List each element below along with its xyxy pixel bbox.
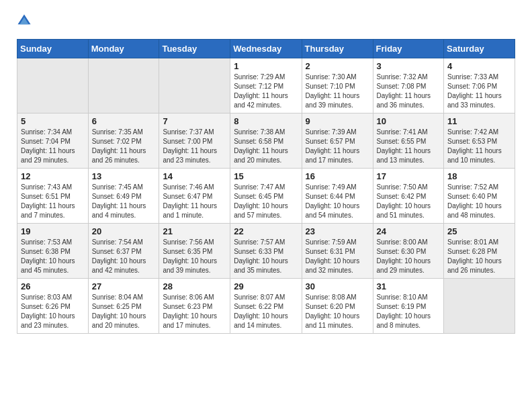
day-info: Sunrise: 8:06 AM Sunset: 6:23 PM Dayligh… [163, 293, 226, 330]
calendar-day-cell: 21Sunrise: 7:56 AM Sunset: 6:35 PM Dayli… [159, 224, 230, 279]
day-info: Sunrise: 7:41 AM Sunset: 6:55 PM Dayligh… [377, 128, 441, 165]
calendar-day-cell: 15Sunrise: 7:47 AM Sunset: 6:45 PM Dayli… [230, 169, 302, 224]
day-info: Sunrise: 7:54 AM Sunset: 6:37 PM Dayligh… [92, 238, 156, 275]
day-number: 16 [306, 171, 369, 181]
day-number: 3 [377, 61, 441, 71]
day-number: 27 [92, 281, 156, 291]
day-info: Sunrise: 7:47 AM Sunset: 6:45 PM Dayligh… [234, 183, 298, 220]
day-info: Sunrise: 8:00 AM Sunset: 6:30 PM Dayligh… [377, 238, 441, 275]
day-number: 7 [163, 116, 226, 126]
day-info: Sunrise: 7:43 AM Sunset: 6:51 PM Dayligh… [21, 183, 85, 220]
day-info: Sunrise: 7:57 AM Sunset: 6:33 PM Dayligh… [234, 238, 298, 275]
weekday-header-sunday: Sunday [17, 40, 89, 58]
calendar-day-cell: 24Sunrise: 8:00 AM Sunset: 6:30 PM Dayli… [373, 224, 444, 279]
day-info: Sunrise: 8:04 AM Sunset: 6:25 PM Dayligh… [92, 293, 156, 330]
day-info: Sunrise: 7:32 AM Sunset: 7:08 PM Dayligh… [377, 73, 441, 110]
day-number: 1 [234, 61, 298, 71]
day-info: Sunrise: 7:45 AM Sunset: 6:49 PM Dayligh… [92, 183, 156, 220]
day-number: 5 [21, 116, 85, 126]
calendar-day-cell: 26Sunrise: 8:03 AM Sunset: 6:26 PM Dayli… [17, 279, 89, 334]
calendar-day-cell: 20Sunrise: 7:54 AM Sunset: 6:37 PM Dayli… [88, 224, 159, 279]
day-info: Sunrise: 7:52 AM Sunset: 6:40 PM Dayligh… [447, 183, 511, 220]
day-number: 14 [163, 171, 226, 181]
weekday-header-thursday: Thursday [302, 40, 373, 58]
calendar-day-cell: 2Sunrise: 7:30 AM Sunset: 7:10 PM Daylig… [302, 58, 373, 113]
calendar-day-cell: 3Sunrise: 7:32 AM Sunset: 7:08 PM Daylig… [373, 58, 444, 113]
day-info: Sunrise: 8:07 AM Sunset: 6:22 PM Dayligh… [234, 293, 298, 330]
day-info: Sunrise: 7:56 AM Sunset: 6:35 PM Dayligh… [163, 238, 226, 275]
day-info: Sunrise: 7:37 AM Sunset: 7:00 PM Dayligh… [163, 128, 226, 165]
calendar-day-cell: 19Sunrise: 7:53 AM Sunset: 6:38 PM Dayli… [17, 224, 89, 279]
day-info: Sunrise: 7:30 AM Sunset: 7:10 PM Dayligh… [306, 73, 369, 110]
calendar-empty-cell [88, 58, 159, 113]
day-info: Sunrise: 7:29 AM Sunset: 7:12 PM Dayligh… [234, 73, 298, 110]
calendar-day-cell: 11Sunrise: 7:42 AM Sunset: 6:53 PM Dayli… [444, 113, 515, 169]
day-info: Sunrise: 7:34 AM Sunset: 7:04 PM Dayligh… [21, 128, 85, 165]
calendar-day-cell: 7Sunrise: 7:37 AM Sunset: 7:00 PM Daylig… [159, 113, 230, 169]
day-info: Sunrise: 8:10 AM Sunset: 6:19 PM Dayligh… [377, 293, 441, 330]
day-number: 4 [447, 61, 511, 71]
weekday-header-tuesday: Tuesday [159, 40, 230, 58]
calendar-day-cell: 16Sunrise: 7:49 AM Sunset: 6:44 PM Dayli… [302, 169, 373, 224]
day-info: Sunrise: 7:38 AM Sunset: 6:58 PM Dayligh… [234, 128, 298, 165]
calendar-day-cell: 4Sunrise: 7:33 AM Sunset: 7:06 PM Daylig… [444, 58, 515, 113]
calendar-day-cell: 12Sunrise: 7:43 AM Sunset: 6:51 PM Dayli… [17, 169, 89, 224]
day-number: 6 [92, 116, 156, 126]
logo [17, 13, 34, 28]
day-number: 20 [92, 226, 156, 236]
day-info: Sunrise: 7:50 AM Sunset: 6:42 PM Dayligh… [377, 183, 441, 220]
weekday-header-friday: Friday [373, 40, 444, 58]
calendar-day-cell: 8Sunrise: 7:38 AM Sunset: 6:58 PM Daylig… [230, 113, 302, 169]
calendar-day-cell: 5Sunrise: 7:34 AM Sunset: 7:04 PM Daylig… [17, 113, 89, 169]
day-info: Sunrise: 7:33 AM Sunset: 7:06 PM Dayligh… [447, 73, 511, 110]
calendar-day-cell: 14Sunrise: 7:46 AM Sunset: 6:47 PM Dayli… [159, 169, 230, 224]
day-info: Sunrise: 7:46 AM Sunset: 6:47 PM Dayligh… [163, 183, 226, 220]
day-number: 28 [163, 281, 226, 291]
calendar-day-cell: 6Sunrise: 7:35 AM Sunset: 7:02 PM Daylig… [88, 113, 159, 169]
day-info: Sunrise: 8:01 AM Sunset: 6:28 PM Dayligh… [447, 238, 511, 275]
calendar-empty-cell [444, 279, 515, 334]
calendar-empty-cell [159, 58, 230, 113]
day-info: Sunrise: 7:53 AM Sunset: 6:38 PM Dayligh… [21, 238, 85, 275]
calendar-day-cell: 18Sunrise: 7:52 AM Sunset: 6:40 PM Dayli… [444, 169, 515, 224]
weekday-header-row: SundayMondayTuesdayWednesdayThursdayFrid… [17, 40, 515, 58]
calendar-day-cell: 10Sunrise: 7:41 AM Sunset: 6:55 PM Dayli… [373, 113, 444, 169]
calendar-week-row: 19Sunrise: 7:53 AM Sunset: 6:38 PM Dayli… [17, 224, 515, 279]
day-number: 25 [447, 226, 511, 236]
day-number: 21 [163, 226, 226, 236]
day-number: 8 [234, 116, 298, 126]
weekday-header-monday: Monday [88, 40, 159, 58]
calendar-day-cell: 22Sunrise: 7:57 AM Sunset: 6:33 PM Dayli… [230, 224, 302, 279]
day-info: Sunrise: 7:42 AM Sunset: 6:53 PM Dayligh… [447, 128, 511, 165]
calendar-day-cell: 31Sunrise: 8:10 AM Sunset: 6:19 PM Dayli… [373, 279, 444, 334]
page-header [17, 13, 515, 28]
day-number: 26 [21, 281, 85, 291]
day-number: 30 [306, 281, 369, 291]
day-number: 2 [306, 61, 369, 71]
calendar-day-cell: 13Sunrise: 7:45 AM Sunset: 6:49 PM Dayli… [88, 169, 159, 224]
day-number: 31 [377, 281, 441, 291]
day-number: 11 [447, 116, 511, 126]
calendar-empty-cell [17, 58, 89, 113]
day-number: 17 [377, 171, 441, 181]
logo-icon [17, 13, 32, 28]
day-number: 19 [21, 226, 85, 236]
day-info: Sunrise: 7:39 AM Sunset: 6:57 PM Dayligh… [306, 128, 369, 165]
day-number: 10 [377, 116, 441, 126]
day-info: Sunrise: 7:59 AM Sunset: 6:31 PM Dayligh… [306, 238, 369, 275]
weekday-header-saturday: Saturday [444, 40, 515, 58]
calendar-day-cell: 28Sunrise: 8:06 AM Sunset: 6:23 PM Dayli… [159, 279, 230, 334]
calendar-day-cell: 29Sunrise: 8:07 AM Sunset: 6:22 PM Dayli… [230, 279, 302, 334]
day-number: 29 [234, 281, 298, 291]
day-number: 15 [234, 171, 298, 181]
calendar-day-cell: 9Sunrise: 7:39 AM Sunset: 6:57 PM Daylig… [302, 113, 373, 169]
day-number: 18 [447, 171, 511, 181]
calendar-day-cell: 27Sunrise: 8:04 AM Sunset: 6:25 PM Dayli… [88, 279, 159, 334]
calendar-week-row: 12Sunrise: 7:43 AM Sunset: 6:51 PM Dayli… [17, 169, 515, 224]
weekday-header-wednesday: Wednesday [230, 40, 302, 58]
calendar-day-cell: 30Sunrise: 8:08 AM Sunset: 6:20 PM Dayli… [302, 279, 373, 334]
calendar-week-row: 26Sunrise: 8:03 AM Sunset: 6:26 PM Dayli… [17, 279, 515, 334]
calendar-week-row: 1Sunrise: 7:29 AM Sunset: 7:12 PM Daylig… [17, 58, 515, 113]
day-info: Sunrise: 7:49 AM Sunset: 6:44 PM Dayligh… [306, 183, 369, 220]
calendar-day-cell: 25Sunrise: 8:01 AM Sunset: 6:28 PM Dayli… [444, 224, 515, 279]
